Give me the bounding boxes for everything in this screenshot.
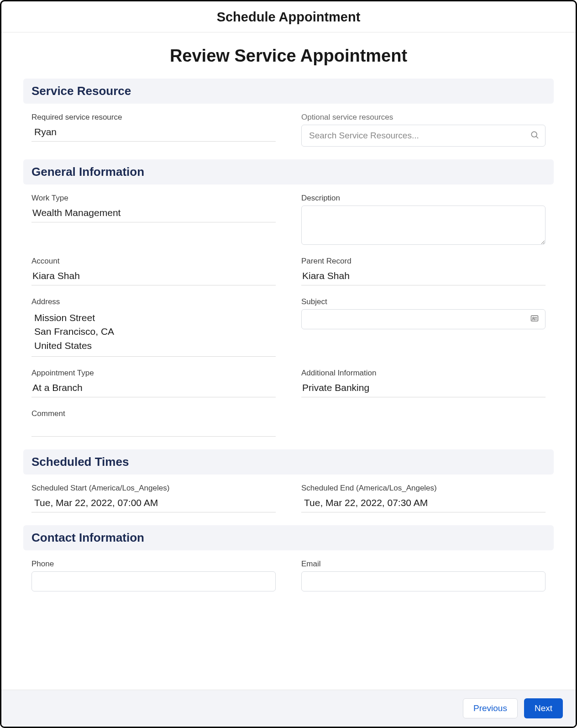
previous-button[interactable]: Previous (463, 698, 518, 718)
modal-title: Schedule Appointment (1, 10, 576, 25)
field-parent-record: Parent Record Kiara Shah (301, 257, 546, 285)
modal-header: Schedule Appointment (1, 1, 576, 32)
label-account: Account (31, 257, 276, 266)
section-header-scheduled-times: Scheduled Times (23, 449, 554, 475)
label-phone: Phone (31, 559, 276, 569)
label-additional-info: Additional Information (301, 369, 546, 378)
label-subject: Subject (301, 297, 546, 306)
field-additional-info: Additional Information Private Banking (301, 369, 546, 397)
email-input[interactable] (301, 571, 546, 591)
value-account: Kiara Shah (31, 269, 276, 285)
field-phone: Phone (31, 559, 276, 591)
field-address: Address Mission Street San Francisco, CA… (31, 297, 276, 357)
label-scheduled-end: Scheduled End (America/Los_Angeles) (301, 484, 546, 493)
label-required-service-resource: Required service resource (31, 113, 276, 122)
modal-footer: Previous Next (1, 690, 576, 727)
field-required-service-resource: Required service resource Ryan (31, 113, 276, 147)
field-optional-service-resources: Optional service resources (301, 113, 546, 147)
label-scheduled-start: Scheduled Start (America/Los_Angeles) (31, 484, 276, 493)
label-work-type: Work Type (31, 194, 276, 203)
value-required-service-resource: Ryan (31, 125, 276, 142)
label-parent-record: Parent Record (301, 257, 546, 266)
value-work-type: Wealth Management (31, 206, 276, 222)
value-scheduled-end: Tue, Mar 22, 2022, 07:30 AM (301, 496, 546, 512)
section-header-service-resource: Service Resource (23, 79, 554, 104)
description-textarea[interactable] (301, 206, 546, 245)
field-subject: Subject (301, 297, 546, 357)
value-address: Mission Street San Francisco, CA United … (31, 309, 276, 357)
field-comment: Comment (31, 409, 276, 437)
label-comment: Comment (31, 409, 276, 418)
label-optional-service-resources: Optional service resources (301, 113, 546, 122)
value-comment (31, 421, 276, 437)
optional-service-resources-search-input[interactable] (301, 125, 546, 147)
value-appointment-type: At a Branch (31, 380, 276, 397)
scroll-area[interactable]: Review Service Appointment Service Resou… (1, 32, 576, 690)
value-additional-info: Private Banking (301, 380, 546, 397)
page-title: Review Service Appointment (23, 46, 554, 66)
label-email: Email (301, 559, 546, 569)
field-work-type: Work Type Wealth Management (31, 194, 276, 245)
label-appointment-type: Appointment Type (31, 369, 276, 378)
section-header-general-info: General Information (23, 159, 554, 185)
value-scheduled-start: Tue, Mar 22, 2022, 07:00 AM (31, 496, 276, 512)
phone-input[interactable] (31, 571, 276, 591)
next-button[interactable]: Next (524, 698, 563, 718)
label-address: Address (31, 297, 276, 306)
subject-input[interactable] (301, 309, 546, 329)
value-parent-record: Kiara Shah (301, 269, 546, 285)
field-description: Description (301, 194, 546, 245)
field-account: Account Kiara Shah (31, 257, 276, 285)
field-scheduled-start: Scheduled Start (America/Los_Angeles) Tu… (31, 484, 276, 512)
section-header-contact-info: Contact Information (23, 525, 554, 550)
field-appointment-type: Appointment Type At a Branch (31, 369, 276, 397)
label-description: Description (301, 194, 546, 203)
field-email: Email (301, 559, 546, 591)
field-scheduled-end: Scheduled End (America/Los_Angeles) Tue,… (301, 484, 546, 512)
